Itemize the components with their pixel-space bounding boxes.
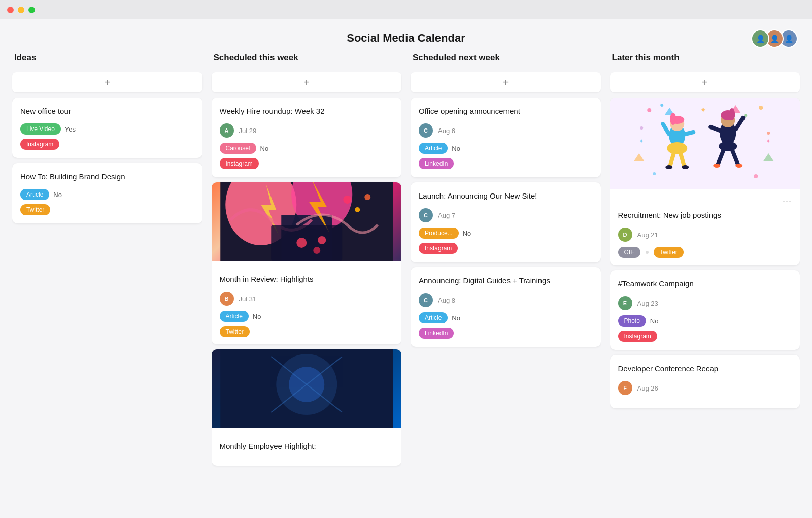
- card-platform-tags: LinkedIn: [419, 158, 593, 169]
- tag-article: Article: [419, 312, 448, 323]
- svg-point-12: [313, 247, 320, 254]
- column-body-ideas: New office tour Live Video Yes Instagram…: [12, 98, 202, 506]
- tag-linkedin: LinkedIn: [419, 158, 454, 169]
- card-date: Jul 31: [239, 295, 257, 303]
- card-title: Month in Review: Highlights: [220, 274, 394, 284]
- column-scheduled-this-week: Scheduled this week + Weekly Hire roundu…: [212, 53, 402, 506]
- celebration-image: ✦ ✦ ✦: [610, 98, 800, 189]
- card-title: Recruitment: New job postings: [618, 210, 792, 220]
- column-header-ideas: Ideas: [12, 53, 202, 67]
- close-dot[interactable]: [7, 7, 14, 13]
- card-avatar: A: [220, 123, 234, 138]
- separator: [646, 251, 649, 254]
- card-date: Aug 8: [438, 297, 455, 304]
- tag-article: Article: [419, 143, 448, 154]
- card-value: No: [452, 145, 460, 152]
- avatar-1[interactable]: 👤: [751, 29, 769, 48]
- header: Social Media Calendar 👤 👤 👤: [0, 19, 812, 53]
- add-button-this-week[interactable]: +: [212, 72, 402, 92]
- card-image-dark: [212, 349, 402, 428]
- dots-menu-icon[interactable]: ···: [783, 196, 792, 207]
- card-weekly-hire[interactable]: Weekly Hire roundup: Week 32 A Jul 29 Ca…: [212, 98, 402, 177]
- card-brand-design[interactable]: How To: Building Brand Design Article No…: [12, 163, 202, 223]
- card-menu: ···: [618, 196, 792, 207]
- card-tags: Live Video Yes: [20, 123, 194, 135]
- svg-point-51: [713, 164, 720, 168]
- card-tags: Article No: [20, 189, 194, 200]
- card-digital-guides[interactable]: Announcing: Digital Guides + Trainings C…: [411, 267, 601, 347]
- card-platform-tags: Instagram: [618, 331, 792, 342]
- card-avatar: E: [618, 296, 632, 310]
- tag-linkedin: LinkedIn: [419, 328, 454, 339]
- card-title: Weekly Hire roundup: Week 32: [220, 106, 394, 116]
- card-title: Developer Conference Recap: [618, 363, 792, 374]
- card-value: No: [253, 313, 261, 320]
- tag-twitter: Twitter: [20, 204, 50, 215]
- card-title: Office opening announcement: [419, 106, 593, 116]
- card-teamwork-campaign[interactable]: #Teamwork Campaign E Aug 23 Photo No Ins…: [610, 270, 800, 350]
- svg-point-22: [744, 114, 747, 117]
- maximize-dot[interactable]: [28, 7, 35, 13]
- card-meta: F Aug 26: [618, 381, 792, 395]
- svg-point-40: [665, 165, 672, 169]
- column-body-later: ✦ ✦ ✦ ··· Recruitment: New job postings …: [610, 98, 800, 506]
- card-office-opening[interactable]: Office opening announcement C Aug 6 Arti…: [411, 98, 601, 177]
- card-date: Aug 7: [438, 212, 455, 219]
- card-value: No: [463, 230, 471, 237]
- card-employee-highlight[interactable]: Monthly Employee Highlight:: [212, 349, 402, 466]
- card-title: #Teamwork Campaign: [618, 278, 792, 289]
- minimize-dot[interactable]: [18, 7, 24, 13]
- column-body-next-week: Office opening announcement C Aug 6 Arti…: [411, 98, 601, 506]
- column-header-later: Later this month: [610, 53, 800, 67]
- card-title: New office tour: [20, 106, 194, 116]
- card-meta: C Aug 8: [419, 293, 593, 307]
- svg-point-21: [759, 106, 763, 110]
- column-body-this-week: Weekly Hire roundup: Week 32 A Jul 29 Ca…: [212, 98, 402, 506]
- svg-point-52: [735, 164, 742, 168]
- card-meta: A Jul 29: [220, 123, 394, 138]
- card-value: No: [650, 317, 659, 325]
- tag-instagram: Instagram: [419, 243, 458, 254]
- svg-point-11: [318, 236, 326, 244]
- svg-point-8: [364, 194, 370, 200]
- card-value: Yes: [65, 125, 76, 133]
- card-avatar: D: [618, 228, 632, 242]
- tag-article: Article: [220, 311, 249, 322]
- svg-point-37: [667, 142, 687, 154]
- svg-point-45: [729, 108, 735, 120]
- card-meta: C Aug 6: [419, 123, 593, 138]
- card-avatar: F: [618, 381, 632, 395]
- svg-point-6: [343, 196, 351, 204]
- card-value: No: [53, 191, 62, 199]
- tag-produce: Produce...: [419, 228, 459, 239]
- card-meta: D Aug 21: [618, 228, 792, 242]
- card-new-office-tour[interactable]: New office tour Live Video Yes Instagram: [12, 98, 202, 158]
- card-title: Monthly Employee Highlight:: [220, 441, 394, 451]
- card-tags: Photo No: [618, 315, 792, 327]
- abstract-art-placeholder: [212, 182, 402, 261]
- tag-instagram: Instagram: [220, 158, 259, 169]
- add-button-next-week[interactable]: +: [411, 72, 601, 92]
- card-tags: Article No: [419, 143, 593, 154]
- card-recruitment[interactable]: ✦ ✦ ✦ ··· Recruitment: New job postings …: [610, 98, 800, 265]
- tag-photo: Photo: [618, 315, 646, 327]
- card-content: Monthly Employee Highlight:: [212, 434, 402, 466]
- window-chrome: [0, 0, 812, 19]
- svg-text:✦: ✦: [766, 138, 771, 145]
- card-tags: Article No: [419, 312, 593, 323]
- board: Ideas + New office tour Live Video Yes I…: [0, 53, 812, 518]
- svg-point-23: [640, 126, 643, 130]
- card-new-site-launch[interactable]: Launch: Announcing Our New Site! C Aug 7…: [411, 182, 601, 262]
- add-button-ideas[interactable]: +: [12, 72, 202, 92]
- card-tags: Produce... No: [419, 228, 593, 239]
- card-date: Aug 6: [438, 127, 455, 135]
- svg-point-25: [653, 172, 656, 175]
- card-tags: GIF Twitter: [618, 247, 792, 258]
- svg-point-19: [647, 108, 651, 112]
- card-platform-tags: Instagram: [220, 158, 394, 169]
- card-dev-conference[interactable]: Developer Conference Recap F Aug 26: [610, 355, 800, 408]
- column-header-this-week: Scheduled this week: [212, 53, 402, 67]
- card-month-review[interactable]: Month in Review: Highlights B Jul 31 Art…: [212, 182, 402, 344]
- add-button-later[interactable]: +: [610, 72, 800, 92]
- card-value: No: [452, 314, 460, 322]
